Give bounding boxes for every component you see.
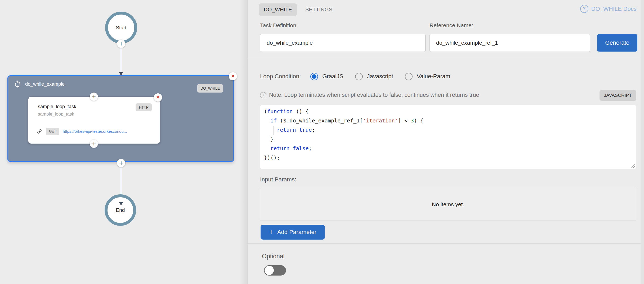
optional-toggle[interactable] [264, 265, 286, 276]
dowhile-close-button[interactable]: ✕ [229, 72, 237, 80]
input-params-empty-box: No items yet. [260, 188, 636, 221]
indent-guide [267, 117, 267, 144]
reference-name-input[interactable] [430, 34, 590, 52]
resize-grip-icon[interactable] [630, 163, 635, 168]
tab-settings[interactable]: SETTINGS [301, 3, 337, 16]
link-icon [35, 127, 43, 135]
radio-label: GraalJS [322, 73, 343, 80]
task-title: sample_loop_task [38, 104, 76, 109]
start-node[interactable]: Start [105, 12, 137, 44]
no-items-text: No items yet. [432, 201, 464, 208]
workflow-canvas[interactable]: Start + do_while_example DO_WHILE ✕ + [0, 0, 247, 284]
task-card-close-button[interactable]: ✕ [154, 93, 162, 102]
dowhile-header: do_while_example [14, 80, 65, 88]
tab-do_while[interactable]: DO_WHILE [259, 3, 297, 16]
close-icon: ✕ [156, 95, 160, 100]
generate-button[interactable]: Generate [597, 34, 637, 52]
code-line: })(); [264, 153, 632, 162]
radio-icon[interactable] [310, 73, 318, 80]
scrollbar[interactable] [641, 0, 644, 284]
help-circle-icon: ? [580, 5, 588, 13]
task-card[interactable]: + ✕ sample_loop_task sample_loop_task HT… [28, 97, 160, 144]
arrow-down-icon [119, 72, 123, 76]
code-line: (function () { [264, 107, 632, 116]
end-node-label: End [116, 207, 125, 213]
code-lines: (function () { if ($.do_while_example_re… [264, 107, 632, 162]
code-line: if ($.do_while_example_ref_1['iteration'… [264, 116, 632, 125]
add-parameter-button[interactable]: + Add Parameter [261, 225, 325, 240]
task-endpoint-row: GET https://orkes-api-tester.orkescondu.… [37, 128, 127, 135]
plus-icon: + [269, 228, 273, 236]
close-icon: ✕ [231, 74, 235, 79]
code-line: return false; [264, 144, 632, 153]
note-text: Note: Loop terminates when script evalua… [269, 92, 479, 98]
dowhile-type-badge: DO_WHILE [197, 84, 223, 93]
add-task-button-above-card[interactable]: + [90, 93, 98, 101]
plus-icon: + [92, 93, 96, 100]
optional-label: Optional [262, 253, 285, 260]
plus-icon: + [119, 40, 123, 47]
loop-condition-options: GraalJSJavascriptValue-Param [310, 73, 450, 80]
javascript-badge: JAVASCRIPT [600, 90, 636, 101]
add-task-button-below-card[interactable]: + [90, 140, 98, 148]
radio-label: Value-Param [417, 73, 450, 80]
radio-option-graaljs[interactable]: GraalJS [310, 73, 343, 80]
start-node-label: Start [116, 25, 126, 31]
code-line: return true; [264, 125, 632, 135]
add-task-button-after-loop[interactable]: + [117, 159, 125, 167]
dowhile-loop-container[interactable]: do_while_example DO_WHILE ✕ + ✕ sample_l… [7, 75, 234, 162]
loop-condition-code-editor[interactable]: (function () { if ($.do_while_example_re… [260, 105, 636, 169]
code-line: } [264, 135, 632, 144]
add-task-button-after-start[interactable]: + [117, 40, 125, 48]
radio-icon[interactable] [355, 73, 363, 80]
end-node[interactable]: End [105, 194, 136, 226]
radio-icon[interactable] [405, 73, 413, 80]
separator [248, 58, 644, 58]
reference-name-label: Reference Name: [430, 22, 473, 29]
task-definition-input[interactable] [260, 34, 426, 52]
docs-link[interactable]: ? DO_WHILE Docs [580, 5, 637, 13]
get-method-badge: GET [46, 128, 59, 135]
add-parameter-label: Add Parameter [277, 229, 316, 236]
info-icon: i [260, 92, 266, 98]
http-type-badge: HTTP [136, 103, 152, 111]
task-config-panel: DO_WHILESETTINGS ? DO_WHILE Docs Task De… [247, 0, 644, 284]
indent-guide [273, 126, 274, 135]
task-url-link[interactable]: https://orkes-api-tester.orkescondu... [63, 129, 127, 134]
dowhile-name: do_while_example [25, 81, 65, 87]
connector-start-to-loop [121, 48, 121, 72]
input-params-label: Input Params: [260, 176, 296, 183]
sync-loop-icon [14, 80, 22, 88]
plus-icon: + [119, 160, 123, 166]
task-subtitle: sample_loop_task [38, 112, 74, 117]
panel-tabs: DO_WHILESETTINGS [259, 3, 337, 16]
plus-icon: + [92, 140, 96, 147]
workflow-editor: Start + do_while_example DO_WHILE ✕ + [0, 0, 644, 284]
docs-link-label: DO_WHILE Docs [591, 6, 637, 12]
radio-label: Javascript [367, 73, 393, 80]
task-definition-label: Task Definition: [260, 22, 298, 29]
arrow-down-icon [119, 202, 123, 205]
note-row: i Note: Loop terminates when script eval… [260, 92, 479, 98]
radio-option-value-param[interactable]: Value-Param [405, 73, 450, 80]
separator [248, 243, 644, 244]
toggle-knob [265, 266, 274, 275]
radio-option-javascript[interactable]: Javascript [355, 73, 393, 80]
loop-condition-row: Loop Condition: GraalJSJavascriptValue-P… [260, 70, 450, 83]
loop-condition-label: Loop Condition: [260, 73, 301, 80]
